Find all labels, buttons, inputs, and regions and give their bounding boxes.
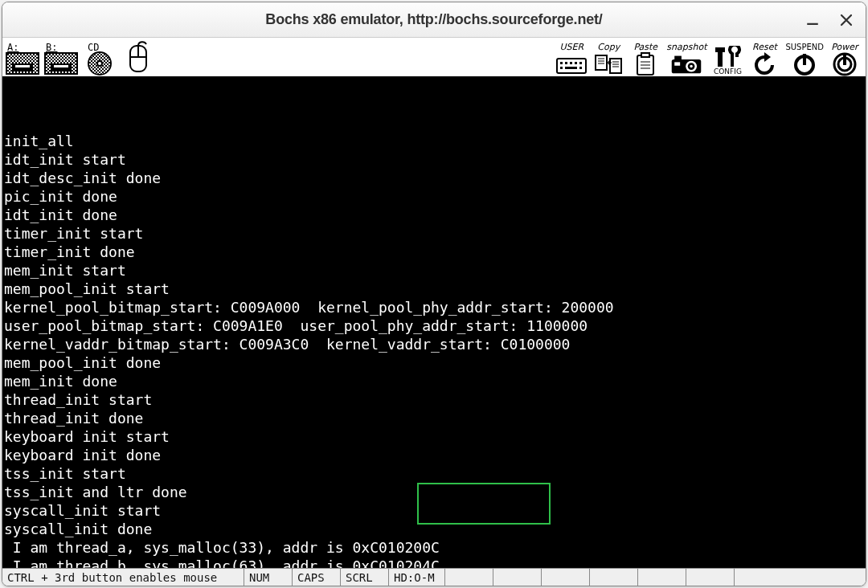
terminal-line: tss_init start [4, 464, 866, 483]
close-icon [839, 13, 854, 27]
mouse-toggle-button[interactable] [120, 39, 157, 76]
svg-rect-24 [557, 59, 586, 73]
drive-b-button[interactable]: B: [43, 39, 80, 76]
copy-button[interactable]: Copy [591, 39, 626, 76]
toolbar: A: B: CD USER [2, 38, 866, 76]
terminal-line: idt_init start [4, 150, 866, 169]
status-spacer [734, 569, 782, 586]
status-spacer [493, 569, 541, 586]
terminal-line: pic_init done [4, 187, 866, 206]
paste-icon [629, 52, 661, 76]
terminal-line: thread_init done [4, 409, 866, 427]
svg-rect-26 [565, 62, 567, 64]
status-mouse-hint: CTRL + 3rd button enables mouse [2, 569, 244, 586]
power-button[interactable]: Power [827, 39, 862, 76]
terminal-line: thread_init start [4, 390, 866, 409]
terminal-line: timer_init done [4, 243, 866, 261]
svg-rect-58 [843, 55, 846, 65]
paste-label: Paste [633, 43, 657, 51]
svg-rect-0 [807, 23, 818, 25]
terminal-line: kernel_pool_bitmap_start: C009A000 kerne… [4, 298, 866, 316]
svg-rect-51 [675, 62, 681, 65]
terminal-line: I am thread_a, sys_malloc(33), addr is 0… [4, 538, 866, 557]
terminal-line: keyboard init done [4, 446, 866, 464]
terminal-line: kernel_vaddr_bitmap_start: C009A3C0 kern… [4, 335, 866, 353]
config-label: CONFIG [714, 68, 742, 76]
svg-rect-42 [641, 53, 649, 57]
mouse-icon [120, 41, 157, 76]
svg-rect-31 [565, 67, 577, 69]
status-scrl: SCRL [340, 569, 388, 586]
svg-rect-9 [15, 65, 30, 67]
svg-rect-33 [596, 55, 607, 70]
suspend-label: SUSPEND [785, 43, 824, 51]
status-spacer [444, 569, 493, 586]
paste-button[interactable]: Paste [628, 39, 663, 76]
terminal-line: mem_init start [4, 261, 866, 280]
reset-label: Reset [752, 43, 777, 51]
svg-text:CD: CD [88, 42, 99, 53]
status-num: NUM [244, 569, 292, 586]
floppy-b-icon: B: [43, 41, 80, 76]
svg-rect-27 [570, 62, 572, 64]
user-label: USER [559, 43, 583, 51]
snapshot-label: snapshot [666, 43, 706, 51]
toolbar-left: A: B: CD [4, 39, 157, 76]
svg-text:A:: A: [7, 42, 18, 53]
toolbar-right: USER Copy Paste snapshot [554, 39, 862, 76]
drive-a-button[interactable]: A: [4, 39, 41, 76]
reset-icon [748, 52, 780, 76]
window-title: Bochs x86 emulator, http://bochs.sourcef… [265, 11, 602, 28]
power-label: Power [831, 43, 858, 51]
status-spacer [541, 569, 589, 586]
svg-rect-25 [560, 62, 563, 64]
svg-rect-53 [715, 47, 725, 52]
terminal-line: init_all [4, 132, 866, 150]
svg-point-20 [98, 62, 101, 65]
terminal-line: timer_init start [4, 224, 866, 243]
power-icon [829, 52, 861, 76]
floppy-a-icon: A: [4, 41, 41, 76]
svg-rect-14 [54, 65, 68, 67]
window-controls [803, 2, 856, 38]
terminal-line: idt_init done [4, 206, 866, 224]
window: Bochs x86 emulator, http://bochs.sourcef… [2, 2, 866, 586]
camera-icon [670, 52, 702, 76]
titlebar: Bochs x86 emulator, http://bochs.sourcef… [2, 2, 866, 38]
terminal-line: mem_pool_init done [4, 353, 866, 372]
suspend-icon [788, 52, 821, 76]
keyboard-icon [555, 52, 588, 76]
drive-cd-button[interactable]: CD [81, 39, 118, 76]
tools-icon [711, 46, 743, 68]
snapshot-button[interactable]: snapshot [665, 39, 708, 76]
terminal-line: idt_desc_init done [4, 169, 866, 187]
svg-rect-32 [579, 67, 582, 69]
reset-button[interactable]: Reset [747, 39, 782, 76]
svg-rect-55 [803, 54, 806, 65]
terminal-line: user_pool_bitmap_start: C009A1E0 user_po… [4, 316, 866, 335]
svg-rect-47 [675, 56, 682, 60]
close-button[interactable] [837, 10, 856, 30]
svg-text:B:: B: [46, 42, 57, 53]
minimize-icon [805, 13, 820, 27]
user-button[interactable]: USER [554, 39, 589, 76]
terminal-line: keyboard init start [4, 427, 866, 446]
status-spacer [686, 569, 734, 586]
status-spacer [637, 569, 686, 586]
terminal-output: init_allidt_init startidt_desc_init done… [2, 76, 866, 568]
status-hd: HD:O-M [388, 569, 444, 586]
svg-rect-30 [560, 67, 563, 69]
config-button[interactable]: CONFIG [710, 39, 745, 76]
svg-rect-29 [579, 62, 582, 64]
status-caps: CAPS [292, 569, 340, 586]
svg-rect-28 [575, 62, 577, 64]
minimize-button[interactable] [803, 10, 822, 30]
terminal-line: I am thread_b, sys_malloc(63), addr is 0… [4, 557, 866, 568]
svg-point-50 [690, 65, 693, 67]
copy-label: Copy [597, 43, 620, 51]
highlight-box [417, 483, 551, 525]
suspend-button[interactable]: SUSPEND [784, 39, 825, 76]
svg-rect-34 [610, 59, 621, 73]
copy-icon [592, 52, 624, 76]
status-bar: CTRL + 3rd button enables mouse NUM CAPS… [2, 568, 866, 586]
